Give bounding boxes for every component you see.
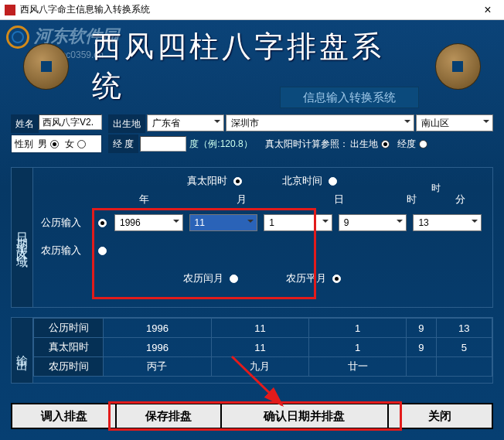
output-tab: 输出 xyxy=(12,318,33,383)
longitude-label: 经 度 xyxy=(108,135,138,153)
city-select[interactable]: 深圳市 xyxy=(226,114,414,131)
info-system-button[interactable]: 信息输入转换系统 xyxy=(280,87,419,108)
save-button[interactable]: 保存排盘 xyxy=(117,403,221,429)
month-select[interactable]: 11 xyxy=(189,214,258,231)
leap-month[interactable]: 农历闰月 xyxy=(183,271,240,285)
load-button[interactable]: 调入排盘 xyxy=(11,403,117,429)
minute-select[interactable]: 13 xyxy=(413,214,482,231)
name-label: 姓名 xyxy=(11,114,39,133)
close-icon[interactable]: × xyxy=(476,3,499,17)
ref-place[interactable]: 出生地 xyxy=(350,138,391,151)
day-select[interactable]: 1 xyxy=(264,214,332,231)
mode-solar[interactable]: 真太阳时 xyxy=(187,174,243,188)
flat-month[interactable]: 农历平月 xyxy=(286,271,342,285)
longitude-input[interactable] xyxy=(140,136,186,152)
table-row: 真太阳时199611195 xyxy=(34,338,492,357)
solar-ref-label: 真太阳时计算参照： xyxy=(265,138,349,151)
birthplace-label: 出生地 xyxy=(108,114,145,133)
district-select[interactable]: 南山区 xyxy=(416,114,493,131)
gongli-label: 公历输入 xyxy=(41,216,95,230)
gender-female[interactable]: 女 xyxy=(65,138,87,151)
coin-right-icon xyxy=(435,43,481,90)
name-input[interactable] xyxy=(39,114,102,130)
output-table: 公历时间1996111913 真太阳时199611195 农历时间丙子九月廿一 xyxy=(33,318,492,377)
app-icon xyxy=(5,5,15,15)
gongli-radio[interactable] xyxy=(98,219,107,227)
table-row: 农历时间丙子九月廿一 xyxy=(34,357,492,377)
deg-hint: 度（例:120.8） xyxy=(189,138,252,151)
nongli-label: 农历输入 xyxy=(41,244,95,258)
date-input-area-tab: 日期输入区域 xyxy=(12,168,33,307)
close-button[interactable]: 关闭 xyxy=(389,403,493,429)
window-title: 西风八字命主信息输入转换系统 xyxy=(20,3,476,16)
gender-male[interactable]: 男 xyxy=(38,138,60,151)
province-select[interactable]: 广东省 xyxy=(147,114,224,131)
coin-left-icon xyxy=(23,43,69,90)
nongli-radio[interactable] xyxy=(98,247,107,255)
confirm-button[interactable]: 确认日期并排盘 xyxy=(222,403,389,429)
ref-lon[interactable]: 经度 xyxy=(397,138,429,151)
year-select[interactable]: 1996 xyxy=(114,214,183,231)
hour-select[interactable]: 9 xyxy=(339,214,407,231)
gender-label: 性别 xyxy=(15,138,33,151)
mode-beijing[interactable]: 北京时间 xyxy=(282,174,339,188)
table-row: 公历时间1996111913 xyxy=(34,319,492,338)
